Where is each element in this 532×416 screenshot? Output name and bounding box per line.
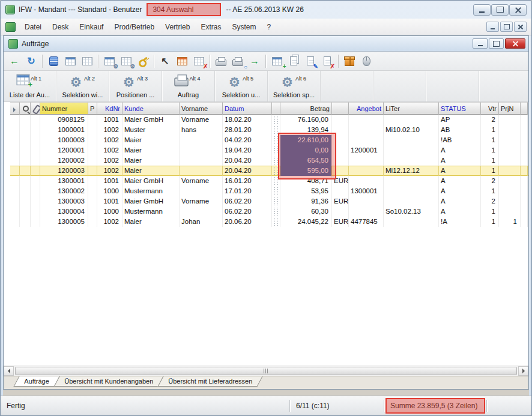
menu-extras[interactable]: Extras [195,20,226,34]
table-row-0908125[interactable]: 09081251001Maier GmbHVorname18.02.2076.1… [10,115,528,125]
app-icon[interactable] [5,5,15,14]
column-header-p[interactable]: P [88,102,97,115]
cell-vtr: 1 [481,145,499,155]
column-header-vtr[interactable]: Vtr [481,102,499,115]
table-view-icon[interactable] [62,53,78,69]
system-menu-icon[interactable] [5,22,16,32]
edit-icon[interactable]: ✎ [303,53,318,69]
shortcut-label: Alt 4 [189,76,200,82]
table-row-1200001[interactable]: 12000011002Maier19.04.200,001200001A1 [10,145,528,155]
view-tab-1[interactable]: Aufträge [13,376,59,387]
menu-system[interactable]: System [226,20,261,34]
selektion-und-button[interactable]: ⚙Alt 5Selektion u... [215,71,268,101]
cell-betrag: 595,00 [280,166,332,176]
cell-prjn [499,135,521,145]
column-header-fill[interactable] [521,102,528,115]
select-pointer-icon[interactable]: ↖ [157,53,173,69]
column-header-c_expand[interactable] [10,102,20,115]
cell-status: A [439,196,481,206]
table-row-1200002[interactable]: 12000021002Maier20.04.20654,50A1 [10,155,528,166]
column-header-cur[interactable] [332,102,349,115]
scroll-right-arrow-icon[interactable] [518,366,528,376]
titlebar: IFW - Mandant --- Standard - Benutzer 30… [1,1,531,19]
delete-icon[interactable]: ✗ [319,53,335,69]
child-maximize-button[interactable] [489,38,504,49]
scroll-left-arrow-icon[interactable] [4,366,14,376]
table-add-icon[interactable]: + [269,53,285,69]
column-header-liter[interactable]: LiTer [384,102,439,115]
column-header-status[interactable]: STATUS [439,102,481,115]
menu-datei[interactable]: Datei [19,20,47,34]
cell-cur [332,125,349,135]
column-header-kunde[interactable]: Kunde [122,102,180,115]
refresh-icon[interactable]: ↻ [23,53,39,69]
key-icon[interactable] [135,53,151,69]
column-header-betrag[interactable]: Betrag [280,102,332,115]
column-header-c_clip[interactable] [31,102,40,115]
column-header-nummer[interactable]: Nummer [40,102,88,115]
mdi-minimize-button[interactable] [486,22,499,32]
view-tab-2[interactable]: Übersicht mit Kundenangaben [53,376,163,387]
column-header-prjn[interactable]: PrjN [499,102,521,115]
back-icon[interactable]: ← [7,53,22,69]
cell-liter [384,176,439,186]
table-row-1300002[interactable]: 13000021000Mustermann17.01.2053,95130000… [10,186,528,196]
view-tab-3[interactable]: Übersicht mit Lieferadressen [157,376,262,387]
selektion-wiederholen-button[interactable]: ⚙Alt 2Selektion wi... [56,71,109,101]
copy-icon[interactable] [286,53,301,69]
column-header-angebot[interactable]: Angebot [349,102,384,115]
child-minimize-button[interactable] [473,38,488,49]
child-close-button[interactable] [505,38,525,49]
scrollbar-track[interactable] [14,366,518,376]
menu-?[interactable]: ? [261,20,276,34]
selektion-speichern-button[interactable]: ⚙Alt 6Selektion sp... [268,71,321,101]
archive-icon[interactable] [358,53,374,69]
menu-vertrieb[interactable]: Vertrieb [160,20,195,34]
selection-settings-icon[interactable]: ⚙ [101,53,117,69]
menu-desk[interactable]: Desk [47,20,74,34]
column-header-s1[interactable] [272,102,280,115]
table-row-1300005[interactable]: 13000051002MaierJohan20.06.2024.045,22EU… [10,217,528,227]
export-icon[interactable]: → [247,53,262,69]
table-settings-icon[interactable]: ⚙ [118,53,134,69]
table-delete-icon[interactable]: ✗ [191,53,207,69]
positionen-bearbeiten-button[interactable]: ⚙Alt 3Positionen ... [109,71,162,101]
menu-einkauf[interactable]: Einkauf [74,20,109,34]
list-view-icon[interactable] [46,53,61,69]
child-window-icon[interactable] [8,39,18,49]
column-header-kdnr[interactable]: KdNr [97,102,122,115]
mdi-area: Aufträge ←↻⚙⚙↖✗○→+✎✗ +Alt 1Liste der Au.… [3,35,529,396]
scrollbar-thumb[interactable] [15,367,517,375]
horizontal-scrollbar[interactable] [4,366,528,376]
cell-status: A [439,206,481,217]
table-row-1300003[interactable]: 13000031001Maier GmbHVorname06.02.2091,3… [10,196,528,206]
table-row-1000001[interactable]: 10000011002Musterhans28.01.20139,94Mi10.… [10,125,528,135]
table-row-1300001[interactable]: 13000011001Maier GmbHVorname16.01.20408,… [10,176,528,186]
menu-prod-betrieb[interactable]: Prod/Betrieb [109,20,160,34]
cell-liter [384,217,439,227]
grid-view-icon[interactable] [79,53,95,69]
table-row-1200003[interactable]: 12000031002Maier20.04.20595,00Mi12.12.12… [10,166,528,176]
package-icon[interactable] [342,53,357,69]
print-icon[interactable] [213,53,229,69]
print-preview-icon[interactable]: ○ [230,53,246,69]
cell-datum: 06.02.20 [223,196,272,206]
action-button-label: Selektion u... [222,91,261,98]
mdi-close-button[interactable] [514,22,527,32]
cell-p [88,176,97,186]
column-header-datum[interactable]: Datum [223,102,272,115]
column-header-vorname[interactable]: Vorname [180,102,223,115]
toolbar-separator [98,55,98,68]
liste-der-auftraege-button[interactable]: +Alt 1Liste der Au... [4,71,56,101]
auftrag-drucken-button[interactable]: Alt 4Auftrag [162,71,215,101]
action-button-label: Liste der Au... [10,91,50,98]
table-row-1000003[interactable]: 10000031002Maier04.02.2022.610,00!AB1 [10,135,528,145]
table-row-1300004[interactable]: 13000041000Mustermann06.02.2060,30So10.0… [10,206,528,217]
maximize-button[interactable] [491,4,509,16]
table-colored-icon[interactable] [174,53,190,69]
mdi-restore-button[interactable] [500,22,513,32]
cell-p [88,206,97,217]
close-button[interactable] [509,4,527,16]
column-header-c_search[interactable] [20,102,31,115]
minimize-button[interactable] [473,4,491,16]
